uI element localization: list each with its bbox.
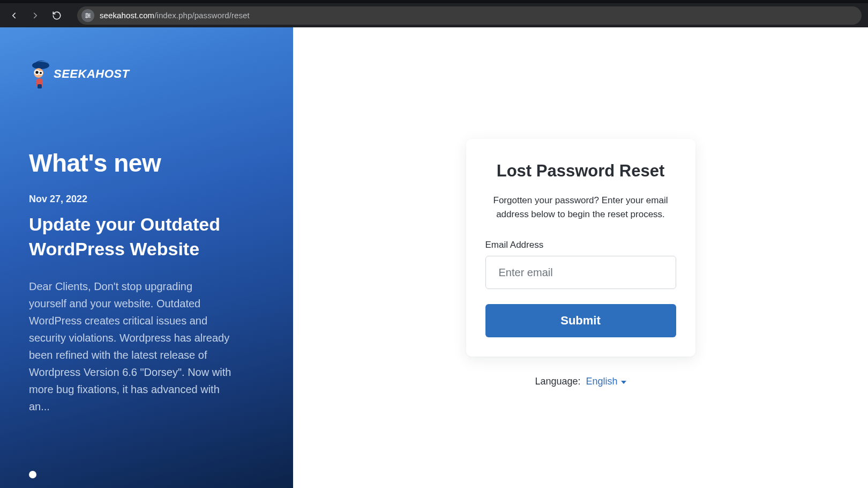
- brand-name: SEEKAHOST: [54, 67, 129, 81]
- svg-point-4: [88, 14, 89, 16]
- email-field[interactable]: [485, 256, 676, 289]
- svg-point-5: [86, 16, 87, 17]
- chevron-down-icon: [621, 381, 626, 384]
- site-settings-icon[interactable]: [81, 9, 94, 22]
- svg-point-3: [86, 13, 87, 14]
- svg-point-11: [40, 72, 42, 74]
- forward-button[interactable]: [28, 8, 43, 23]
- reset-card: Lost Password Reset Forgotten your passw…: [466, 139, 695, 357]
- pager-dot-active[interactable]: [29, 471, 36, 478]
- news-date: Nov 27, 2022: [29, 194, 264, 205]
- page: SEEKAHOST What's new Nov 27, 2022 Update…: [0, 27, 868, 488]
- svg-point-9: [35, 71, 38, 73]
- mascot-icon: [29, 58, 50, 90]
- whats-new-heading: What's new: [29, 149, 264, 178]
- brand-logo[interactable]: SEEKAHOST: [29, 58, 264, 90]
- whats-new-panel: SEEKAHOST What's new Nov 27, 2022 Update…: [0, 27, 293, 488]
- form-panel: Lost Password Reset Forgotten your passw…: [293, 27, 868, 488]
- email-label: Email Address: [485, 240, 676, 250]
- carousel-pager: [29, 471, 36, 478]
- language-selected: English: [586, 376, 618, 387]
- svg-rect-12: [38, 84, 42, 88]
- reload-button[interactable]: [49, 8, 64, 23]
- svg-point-6: [32, 62, 49, 69]
- news-body: Dear Clients, Don't stop upgrading yours…: [29, 278, 233, 415]
- card-title: Lost Password Reset: [485, 161, 676, 181]
- browser-toolbar: seekahost.com/index.php/password/reset: [0, 0, 868, 27]
- language-row: Language: English: [535, 376, 626, 387]
- card-subtitle: Forgotten your password? Enter your emai…: [485, 194, 676, 222]
- language-label: Language:: [535, 376, 580, 387]
- address-bar[interactable]: seekahost.com/index.php/password/reset: [77, 6, 862, 25]
- url-text: seekahost.com/index.php/password/reset: [100, 11, 250, 20]
- submit-button[interactable]: Submit: [485, 304, 676, 337]
- language-select[interactable]: English: [586, 376, 626, 387]
- news-title: Update your Outdated WordPress Website: [29, 212, 264, 262]
- back-button[interactable]: [6, 8, 21, 23]
